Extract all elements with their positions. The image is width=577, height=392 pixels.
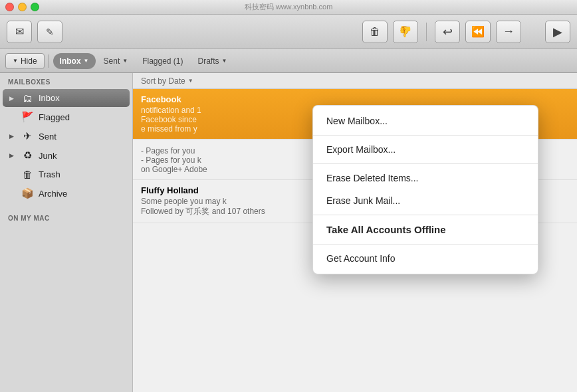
mailbox-dropdown-menu: New Mailbox... Export Mailbox... Erase D… <box>312 105 538 274</box>
inbox-icon: 🗂 <box>21 92 33 104</box>
toolbar: ✉ ✎ 🗑 👎 ↩ ⏪ → ▶ <box>0 15 577 49</box>
reply-all-button[interactable]: ⏪ <box>465 21 491 43</box>
more-button[interactable]: ▶ <box>545 21 570 43</box>
flag-icon: 👎 <box>399 25 412 38</box>
sort-bar[interactable]: Sort by Date ▼ <box>133 73 577 89</box>
edit-icon: ✎ <box>46 27 54 37</box>
sent-arrow-icon: ▶ <box>9 133 16 140</box>
menu-item-take-offline[interactable]: Take All Accounts Offline <box>313 218 538 241</box>
more-icon: ▶ <box>553 25 562 39</box>
menu-separator-4 <box>313 244 538 245</box>
menu-item-erase-junk[interactable]: Erase Junk Mail... <box>313 189 538 212</box>
tab-bar: ▼ Hide Inbox ▼ Sent ▼ Flagged (1) Drafts… <box>0 49 577 73</box>
sidebar-item-inbox[interactable]: ▶ 🗂 Inbox <box>3 89 130 107</box>
edit-button[interactable]: ✎ <box>37 21 62 43</box>
dropdown-arrow-drafts-icon: ▼ <box>222 58 227 64</box>
menu-separator-2 <box>313 163 538 164</box>
flagged-icon: 🚩 <box>21 111 33 123</box>
close-button[interactable] <box>5 3 14 11</box>
forward-icon: → <box>503 25 515 39</box>
menu-item-export-mailbox[interactable]: Export Mailbox... <box>313 138 538 161</box>
menu-item-new-mailbox[interactable]: New Mailbox... <box>313 110 538 132</box>
junk-arrow-icon: ▶ <box>9 152 16 159</box>
tab-drafts[interactable]: Drafts ▼ <box>191 53 234 69</box>
sidebar-item-archive[interactable]: ▶ 📦 Archive <box>3 184 130 203</box>
tab-inbox[interactable]: Inbox ▼ <box>53 53 96 69</box>
reply-icon: ↩ <box>443 25 453 39</box>
sidebar-item-junk[interactable]: ▶ ♻ Junk <box>3 146 130 165</box>
minimize-button[interactable] <box>18 3 27 11</box>
traffic-lights <box>5 3 39 11</box>
forward-button[interactable]: → <box>496 21 521 43</box>
sent-icon: ✈ <box>21 130 33 142</box>
hide-button[interactable]: ▼ Hide <box>5 53 45 69</box>
sidebar-item-sent[interactable]: ▶ ✈ Sent <box>3 127 130 146</box>
menu-separator-3 <box>313 215 538 215</box>
reply-all-icon: ⏪ <box>471 25 485 38</box>
email-list-area: Sort by Date ▼ Facebook notification and… <box>133 73 577 392</box>
chevron-down-icon: ▼ <box>13 58 18 64</box>
trash-icon: 🗑 <box>370 26 380 38</box>
junk-icon: ♻ <box>21 149 33 161</box>
archive-icon: 📦 <box>21 187 33 199</box>
email-sender: Facebook <box>141 94 569 104</box>
sidebar-item-trash[interactable]: ▶ 🗑 Trash <box>3 165 130 183</box>
menu-item-account-info[interactable]: Get Account Info <box>313 247 538 270</box>
tab-sent[interactable]: Sent ▼ <box>97 53 135 69</box>
main-area: MAILBOXES ▶ 🗂 Inbox ▶ 🚩 Flagged ▶ ✈ Sent… <box>0 73 577 392</box>
dropdown-arrow-sent-icon: ▼ <box>122 58 128 64</box>
menu-separator-1 <box>313 135 538 136</box>
dropdown-arrow-icon: ▼ <box>84 58 89 64</box>
compose-icon: ✉ <box>15 25 24 38</box>
sidebar: MAILBOXES ▶ 🗂 Inbox ▶ 🚩 Flagged ▶ ✈ Sent… <box>0 73 133 392</box>
inbox-arrow-icon: ▶ <box>9 95 16 102</box>
flag-button[interactable]: 👎 <box>393 21 418 43</box>
toolbar-separator <box>426 23 427 41</box>
title-bar: 科技密码 www.xynbnb.com <box>0 0 577 15</box>
watermark-text: 科技密码 www.xynbnb.com <box>245 2 333 12</box>
on-my-mac-section-header: ON MY MAC <box>0 209 132 225</box>
tab-divider <box>49 54 49 68</box>
compose-button[interactable]: ✉ <box>7 21 32 43</box>
reply-button[interactable]: ↩ <box>435 21 460 43</box>
trash-button[interactable]: 🗑 <box>362 21 388 43</box>
tab-flagged[interactable]: Flagged (1) <box>136 53 189 69</box>
sort-arrow-icon: ▼ <box>188 78 193 84</box>
sidebar-item-flagged[interactable]: ▶ 🚩 Flagged <box>3 108 130 126</box>
maximize-button[interactable] <box>31 3 39 11</box>
trash-mailbox-icon: 🗑 <box>21 169 33 180</box>
menu-item-erase-deleted[interactable]: Erase Deleted Items... <box>313 167 538 189</box>
mailboxes-section-header: MAILBOXES <box>0 73 132 88</box>
